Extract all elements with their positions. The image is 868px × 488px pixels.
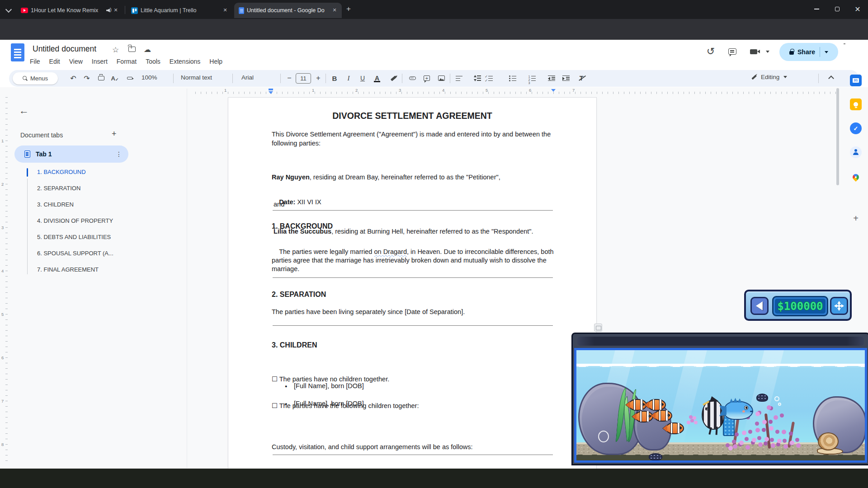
zoom-value[interactable]: 100% bbox=[142, 74, 157, 81]
underline-button[interactable]: U bbox=[357, 73, 368, 84]
cloud-status-icon[interactable]: ☁ bbox=[144, 45, 151, 54]
meet-dropdown-icon[interactable] bbox=[763, 42, 772, 61]
aquarium-money-widget[interactable]: $100000 bbox=[744, 290, 852, 321]
menu-edit[interactable]: Edit bbox=[45, 56, 65, 67]
ruler-number: 6 bbox=[529, 88, 531, 93]
tasks-icon[interactable]: ✓ bbox=[850, 122, 862, 134]
outline-item-separation[interactable]: 2. SEPARATION bbox=[37, 185, 173, 192]
sidebar-tab-1[interactable]: Tab 1 ⋮ bbox=[14, 145, 128, 163]
tab-options-icon[interactable]: ⋮ bbox=[116, 150, 122, 158]
outline-item-division-of-property[interactable]: 4. DIVISION OF PROPERTY bbox=[37, 217, 173, 224]
numbered-list-button[interactable] bbox=[527, 73, 538, 84]
close-outline-button[interactable]: ← bbox=[19, 105, 29, 117]
tab-youtube[interactable]: 1Hour Let Me Know Remix ✕ bbox=[16, 3, 123, 18]
align-button[interactable] bbox=[453, 73, 464, 84]
window-minimize-button[interactable] bbox=[806, 0, 827, 18]
bold-button[interactable]: B bbox=[329, 73, 340, 84]
maps-icon[interactable] bbox=[850, 171, 862, 183]
move-widget-handle[interactable] bbox=[830, 297, 848, 315]
document-title[interactable]: Untitled document bbox=[33, 44, 96, 54]
insert-link-button[interactable] bbox=[407, 73, 418, 84]
outline-item-final-agreement[interactable]: 7. FINAL AGREEMENT bbox=[37, 266, 173, 273]
window-maximize-button[interactable] bbox=[827, 0, 848, 18]
clownfish[interactable] bbox=[648, 399, 666, 411]
document-scrollbar[interactable] bbox=[836, 88, 839, 185]
add-side-panel-app-icon[interactable]: + bbox=[850, 212, 862, 224]
clear-formatting-button[interactable]: T bbox=[576, 73, 587, 84]
font-family-value[interactable]: Arial bbox=[241, 74, 254, 81]
tab-close-icon[interactable]: ✕ bbox=[112, 7, 119, 14]
tab-close-icon[interactable]: ✕ bbox=[331, 7, 338, 14]
right-indent-marker[interactable] bbox=[551, 89, 556, 92]
outline-item-children[interactable]: 3. CHILDREN bbox=[37, 201, 173, 208]
menu-format[interactable]: Format bbox=[112, 56, 141, 67]
collapse-money-button[interactable] bbox=[750, 297, 769, 315]
version-history-icon[interactable]: ↺ bbox=[702, 42, 720, 61]
horizontal-ruler[interactable] bbox=[195, 92, 837, 94]
tab-close-icon[interactable]: ✕ bbox=[222, 7, 229, 14]
editing-mode-button[interactable]: Editing bbox=[751, 74, 787, 80]
image-anchor-handle[interactable] bbox=[594, 324, 602, 332]
outline-item-background[interactable]: 1. BACKGROUND bbox=[37, 169, 173, 175]
menus-search-button[interactable]: Menus bbox=[13, 72, 58, 84]
line-spacing-button[interactable] bbox=[472, 73, 483, 84]
tab-trello[interactable]: Little Aquarium | Trello ✕ bbox=[127, 3, 232, 18]
font-size-increase-button[interactable]: + bbox=[313, 73, 324, 84]
comments-icon[interactable] bbox=[723, 42, 741, 61]
contacts-icon[interactable] bbox=[850, 146, 862, 158]
decrease-indent-button[interactable] bbox=[546, 73, 557, 84]
font-size-decrease-button[interactable]: − bbox=[284, 73, 295, 84]
vertical-ruler[interactable] bbox=[5, 97, 8, 465]
hide-menus-button[interactable] bbox=[826, 73, 836, 84]
keep-icon[interactable] bbox=[850, 99, 862, 110]
move-folder-icon[interactable] bbox=[128, 47, 136, 52]
first-line-indent-marker[interactable] bbox=[269, 89, 273, 90]
meet-video-icon[interactable] bbox=[746, 42, 761, 61]
paint-format-button[interactable] bbox=[124, 73, 135, 84]
menu-view[interactable]: View bbox=[65, 56, 87, 67]
redo-button[interactable]: ↷ bbox=[81, 73, 92, 84]
tab-search-icon[interactable] bbox=[5, 6, 12, 13]
share-button[interactable]: Share bbox=[779, 43, 838, 61]
new-tab-button[interactable]: + bbox=[346, 5, 351, 14]
menu-insert[interactable]: Insert bbox=[87, 56, 112, 67]
menu-tools[interactable]: Tools bbox=[141, 56, 165, 67]
blue-fish[interactable] bbox=[724, 401, 753, 420]
bulleted-list-button[interactable] bbox=[507, 73, 518, 84]
checklist-button[interactable] bbox=[484, 73, 495, 84]
clownfish[interactable] bbox=[666, 422, 684, 434]
docs-logo[interactable] bbox=[11, 43, 24, 61]
aquarium-viewport[interactable] bbox=[574, 348, 867, 463]
left-indent-marker[interactable] bbox=[269, 91, 273, 94]
clownfish[interactable] bbox=[635, 411, 653, 422]
highlight-color-button[interactable] bbox=[388, 73, 399, 84]
menu-help[interactable]: Help bbox=[205, 56, 227, 67]
font-size-value[interactable]: 11 bbox=[296, 73, 311, 84]
coral-pink-small bbox=[687, 421, 690, 424]
snail-shell[interactable] bbox=[818, 432, 839, 450]
menu-extensions[interactable]: Extensions bbox=[165, 56, 205, 67]
insert-image-button[interactable] bbox=[436, 73, 447, 84]
clownfish[interactable] bbox=[629, 399, 647, 411]
increase-indent-button[interactable] bbox=[561, 73, 571, 84]
menu-file[interactable]: File bbox=[25, 56, 45, 67]
tab-audio-icon[interactable] bbox=[106, 8, 112, 13]
star-doc-icon[interactable]: ☆ bbox=[112, 45, 119, 55]
italic-button[interactable]: I bbox=[343, 73, 354, 84]
spellcheck-button[interactable]: A✓ bbox=[109, 73, 120, 84]
aquarium-title-bar[interactable] bbox=[577, 337, 864, 346]
calendar-icon[interactable]: 31 bbox=[850, 75, 862, 86]
add-comment-button[interactable]: + bbox=[421, 73, 432, 84]
print-button[interactable] bbox=[96, 73, 107, 84]
outline-item-debts[interactable]: 5. DEBTS AND LIABILITIES bbox=[37, 234, 173, 240]
undo-button[interactable]: ↶ bbox=[68, 73, 79, 84]
text-color-button[interactable]: A bbox=[372, 73, 382, 84]
paragraph-style-value[interactable]: Normal text bbox=[181, 74, 212, 81]
document-page[interactable]: DIVORCE SETTLEMENT AGREEMENT This Divorc… bbox=[228, 97, 597, 488]
add-tab-button[interactable]: + bbox=[112, 129, 117, 139]
clownfish[interactable] bbox=[654, 410, 672, 422]
outline-item-spousal-support[interactable]: 6. SPOUSAL SUPPORT (A... bbox=[37, 250, 173, 257]
tab-google-docs[interactable]: Untitled document - Google Do ✕ bbox=[234, 3, 342, 18]
aquarium-game-window[interactable] bbox=[571, 333, 868, 465]
window-close-button[interactable]: ✕ bbox=[847, 0, 868, 18]
